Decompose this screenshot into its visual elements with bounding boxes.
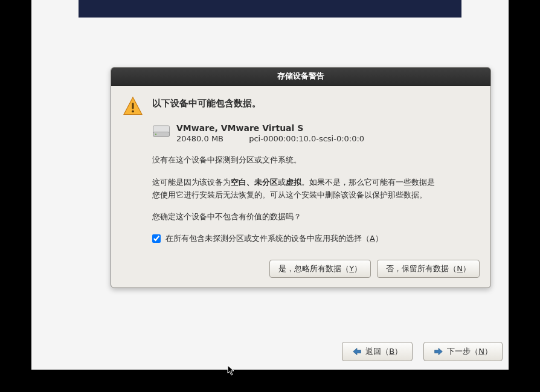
dialog-button-row: 是，忽略所有数据（Y） 否，保留所有数据（N） [152,260,480,278]
top-banner [79,0,461,18]
checkbox-label: 在所有包含未探测分区或文件系统的设备中应用我的选择（A） [166,233,383,244]
device-path: pci-0000:00:10.0-scsi-0:0:0:0 [249,134,364,143]
svg-point-1 [132,110,134,112]
storage-warning-dialog: 存储设备警告 以下设备中可能包含数据。 [111,67,491,288]
nav-button-row: 返回（B） 下一步（N） [342,342,503,361]
dialog-title: 存储设备警告 [111,68,490,86]
hdd-icon [152,123,170,138]
next-button[interactable]: 下一步（N） [423,342,503,361]
dialog-heading: 以下设备中可能包含数据。 [152,95,261,109]
installer-background: 存储设备警告 以下设备中可能包含数据。 [31,0,509,370]
dialog-content: VMware, VMware Virtual S 20480.0 MB pci-… [152,123,480,278]
svg-rect-0 [132,103,134,109]
device-meta: 20480.0 MB pci-0000:00:10.0-scsi-0:0:0:0 [176,134,364,143]
cursor-icon [227,365,236,376]
apply-to-all-checkbox[interactable] [152,234,161,243]
dialog-body: 以下设备中可能包含数据。 VMware, VMware Virtual S [111,86,490,288]
device-size: 20480.0 MB [176,134,223,143]
apply-to-all-checkbox-row[interactable]: 在所有包含未探测分区或文件系统的设备中应用我的选择（A） [152,233,480,244]
arrow-left-icon [352,347,362,356]
back-button[interactable]: 返回（B） [342,342,413,361]
dialog-header-row: 以下设备中可能包含数据。 [122,95,480,117]
para-confirm: 您确定这个设备中不包含有价值的数据吗？ [152,211,436,223]
device-name: VMware, VMware Virtual S [176,123,364,133]
device-info: VMware, VMware Virtual S 20480.0 MB pci-… [176,123,364,143]
para-no-partition: 没有在这个设备中探测到分区或文件系统。 [152,154,436,167]
svg-point-4 [155,133,156,135]
yes-discard-button[interactable]: 是，忽略所有数据（Y） [269,260,371,278]
warning-icon [122,95,144,117]
arrow-right-icon [434,347,443,356]
para-explanation: 这可能是因为该设备为空白、未分区或虚拟。如果不是，那么它可能有一些数据是您使用它… [152,176,436,202]
no-keep-button[interactable]: 否，保留所有数据（N） [377,260,480,278]
device-row: VMware, VMware Virtual S 20480.0 MB pci-… [152,123,480,143]
